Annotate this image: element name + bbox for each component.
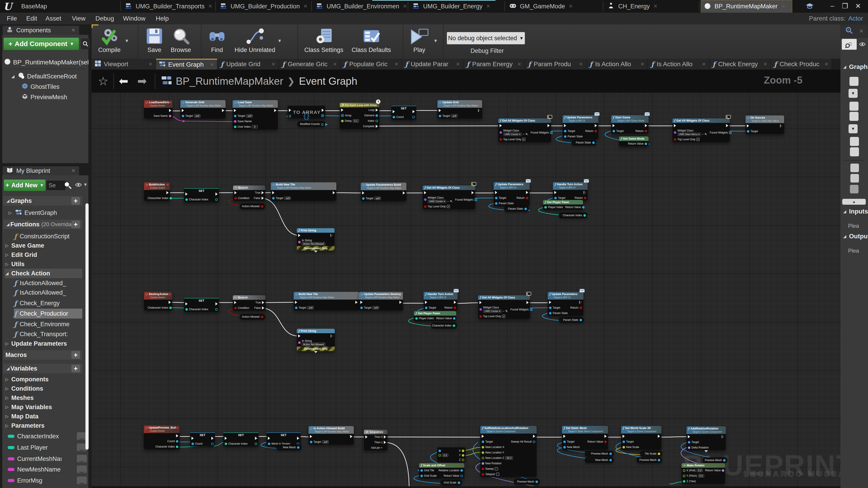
exec-pin[interactable] (622, 435, 625, 438)
section-functions[interactable]: ◢Functions(20 Overrida+ (3, 220, 82, 229)
exec-pin[interactable] (261, 197, 264, 200)
exec-pin[interactable] (333, 191, 335, 194)
category-check-action[interactable]: ◢Check Action (4, 269, 82, 278)
close-icon[interactable]: ✕ (333, 61, 337, 67)
data-pin[interactable] (580, 306, 582, 309)
search-table-button[interactable] (842, 39, 857, 50)
exec-pin[interactable] (262, 306, 264, 310)
data-pin[interactable] (482, 457, 484, 459)
expand-arrow[interactable]: ▷ (4, 377, 9, 382)
exec-pin[interactable] (584, 191, 586, 194)
data-pin[interactable] (169, 306, 172, 309)
expand-arrow[interactable]: ▷ (4, 423, 9, 428)
exec-pin[interactable] (234, 301, 237, 304)
exec-pin[interactable] (726, 124, 728, 127)
expand-arrow[interactable]: ▷ (4, 414, 9, 419)
pin-value[interactable]: self (307, 306, 314, 309)
window-tab-ch_energy[interactable]: CH_Energy✕ (604, 0, 675, 13)
exec-pin[interactable] (393, 110, 395, 113)
data-pin[interactable] (500, 131, 502, 134)
close-icon[interactable]: ✕ (486, 3, 490, 9)
category-map-data[interactable]: ▷Map Data (4, 412, 82, 421)
maximize-button[interactable]: ❐ (840, 2, 850, 10)
graph-tool-button[interactable] (849, 112, 859, 121)
component-search-button[interactable] (81, 38, 90, 49)
close-icon[interactable]: ✕ (860, 28, 864, 34)
expand-caret[interactable] (314, 251, 318, 253)
graph-tab-param-produ[interactable]: ƒParam Produ✕ (525, 59, 586, 70)
data-pin[interactable] (215, 198, 218, 201)
details-panel-tab[interactable]: i✕ (842, 25, 867, 37)
exec-pin[interactable] (297, 437, 299, 440)
menu-asset[interactable]: Asset (45, 13, 61, 24)
data-pin[interactable] (482, 451, 484, 454)
add-icon[interactable]: + (71, 351, 80, 359)
expand-caret[interactable] (314, 351, 318, 353)
variable-eye-button[interactable]: ‿ (77, 465, 87, 473)
data-pin[interactable] (235, 197, 237, 199)
data-pin[interactable] (658, 459, 660, 461)
exec-pin[interactable] (403, 191, 405, 195)
graph-tool-button[interactable]: ▼ (848, 124, 858, 133)
close-icon[interactable]: ✕ (569, 3, 573, 9)
exec-pin[interactable] (169, 109, 171, 112)
component-row-defaultsceneroot[interactable]: ◢DefaultSceneRoot (10, 71, 76, 81)
node-update-params-3[interactable]: ƒUpdate ParametersTarget is BPI UITarget… (548, 292, 583, 316)
pin-value[interactable]: 0.0 (697, 469, 703, 472)
graph-tool-button[interactable]: ▼ (848, 89, 858, 98)
toolbar-play[interactable]: Play (406, 26, 433, 54)
data-pin[interactable] (580, 319, 582, 321)
data-pin[interactable] (674, 131, 676, 134)
array-pin[interactable] (550, 131, 553, 134)
node-paramstate-2[interactable]: Param State (504, 206, 529, 212)
exec-pin[interactable] (341, 108, 343, 111)
pin-value[interactable]: self (194, 114, 200, 118)
back-arrow-icon[interactable]: ⬅ (119, 74, 128, 88)
data-pin[interactable] (482, 473, 484, 476)
node-updatepreview[interactable]: ◇UpdatePreview_BuildCustom EventCoordCha… (144, 425, 180, 449)
exec-pin[interactable] (255, 437, 257, 440)
graph-canvas[interactable]: BLUEPRINTLEONARDO MUSSATTO◇LoadSavedGrid… (92, 93, 840, 488)
node-set-ci-2[interactable]: SETCharacter Index (184, 298, 219, 312)
graph-tab-is-action-allo[interactable]: ƒIs Action Allo✕ (648, 59, 709, 70)
node-arr-rot[interactable]: ƒAddRelativeRotationTarget is Scene Comp… (686, 426, 726, 450)
component-row-ghosttiles[interactable]: GhostTiles (22, 82, 59, 92)
exec-pin[interactable] (580, 301, 582, 304)
inputs-section-header[interactable]: ◢Inputs (842, 208, 868, 215)
exec-pin[interactable] (168, 301, 171, 304)
item-eventgraph[interactable]: ▷EventGraph (8, 208, 82, 218)
close-icon[interactable]: ✕ (210, 62, 214, 67)
search-pin-icon[interactable]: 🔍 (505, 310, 508, 313)
exec-pin[interactable] (780, 124, 783, 127)
component-row-previewmesh[interactable]: PreviewMesh (22, 92, 67, 102)
class-dropdown[interactable]: UMG Center ▾ (428, 200, 446, 203)
graph-tab-viewport[interactable]: Viewport✕ (92, 59, 156, 70)
exec-pin[interactable] (500, 124, 502, 127)
expand-arrow[interactable]: ◢ (4, 271, 9, 276)
scrollbar[interactable] (86, 203, 89, 450)
close-icon[interactable]: ✕ (579, 61, 583, 67)
section-variables[interactable]: ◢Variables+ (3, 364, 82, 373)
exec-pin[interactable] (454, 301, 456, 304)
exec-pin[interactable] (185, 302, 188, 305)
expand-arrow[interactable]: ◢ (842, 234, 847, 239)
node-sws3d[interactable]: ƒSet World Scale 3DTarget is Scene Compo… (621, 426, 661, 450)
class-dropdown[interactable]: UMG Center ▾ (503, 133, 522, 136)
node-gaw-2[interactable]: ƒGet All Widgets Of ClassWidget ClassUMG… (673, 119, 730, 142)
dropdown-caret[interactable]: ▾ (434, 37, 437, 44)
data-pin[interactable] (234, 307, 237, 309)
data-pin[interactable] (234, 115, 237, 117)
node-load-save[interactable]: ◇Load SaveTarget is BP Runtime Map Maker… (232, 100, 278, 129)
data-pin[interactable] (375, 120, 378, 122)
pin-checkbox[interactable] (495, 467, 498, 470)
exec-pin[interactable] (295, 301, 297, 304)
category-map-variables[interactable]: ▷Map Variables (4, 402, 82, 412)
close-icon[interactable]: ✕ (825, 61, 828, 67)
category-components[interactable]: ▷Components (4, 375, 82, 384)
exec-pin[interactable] (362, 191, 364, 195)
node-charindex-2[interactable]: Character Index (431, 323, 457, 328)
tutorial-button[interactable] (805, 2, 815, 10)
pin-value[interactable]: self (451, 114, 458, 118)
pin-value[interactable]: 0 (252, 125, 258, 128)
array-pin[interactable] (530, 308, 532, 311)
